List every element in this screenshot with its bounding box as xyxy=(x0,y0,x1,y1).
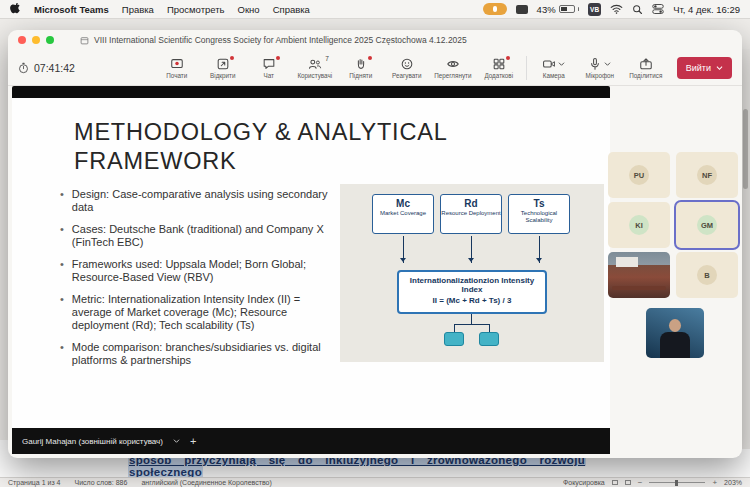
user-initials-badge[interactable]: VB xyxy=(588,3,601,16)
connector-line xyxy=(454,324,490,325)
participant-tile[interactable]: KI xyxy=(608,202,670,248)
apps-icon xyxy=(492,57,506,71)
word-focus-mode[interactable]: Фокусировка xyxy=(563,479,605,486)
close-window-button[interactable] xyxy=(18,36,26,44)
word-language[interactable]: английский (Соединенное Королевство) xyxy=(141,479,271,486)
spotlight-search-icon[interactable] xyxy=(632,4,643,15)
word-status-bar: Страница 1 из 4 Число слов: 886 английск… xyxy=(0,477,750,487)
slide-bullet: Frameworks used: Uppsala Model; Born Glo… xyxy=(60,258,342,284)
participant-count-badge: 7 xyxy=(325,55,329,62)
arrow-down-icon xyxy=(471,236,472,263)
word-selected-line-2[interactable]: społecznego xyxy=(128,466,203,478)
word-view-icon[interactable] xyxy=(625,480,631,485)
macos-menu-bar: Microsoft Teams Правка Просмотреть Окно … xyxy=(0,0,750,19)
calendar-icon xyxy=(80,36,89,45)
open-button[interactable]: Відкрити xyxy=(200,56,246,79)
chevron-down-icon[interactable] xyxy=(558,61,565,67)
chevron-down-icon[interactable] xyxy=(716,65,723,71)
view-button[interactable]: Переглянути xyxy=(430,56,476,79)
slide-bullets: Design: Case-comparative analysis using … xyxy=(60,188,342,376)
react-button[interactable]: Реагувати xyxy=(384,56,430,79)
menu-help[interactable]: Справка xyxy=(273,4,310,15)
shared-screen-stage: METHODOLOGY & ANALYTICAL FRAMEWORK Desig… xyxy=(12,86,610,454)
word-scrollbar[interactable] xyxy=(741,49,750,449)
participant-tile-active[interactable]: GM xyxy=(676,202,738,248)
menu-window[interactable]: Окно xyxy=(238,4,260,15)
input-source-icon[interactable] xyxy=(516,5,528,14)
word-zoom-slider[interactable] xyxy=(649,482,705,483)
avatar: GM xyxy=(697,215,717,235)
presentation-slide: METHODOLOGY & ANALYTICAL FRAMEWORK Desig… xyxy=(12,98,610,428)
chevron-down-icon[interactable] xyxy=(604,61,611,67)
camera-icon xyxy=(542,57,556,71)
slide-bullet: Design: Case-comparative analysis using … xyxy=(60,188,342,214)
camera-button[interactable]: Камера xyxy=(531,56,577,79)
control-center-icon[interactable] xyxy=(652,3,664,15)
zoom-window-button[interactable] xyxy=(46,36,54,44)
chat-button[interactable]: Чат xyxy=(246,56,292,79)
zoom-in-icon[interactable]: + xyxy=(190,435,196,447)
framework-diagram: Mc Market Coverage Rd Resource Deploymen… xyxy=(340,184,604,362)
raise-hand-button[interactable]: Підняти xyxy=(338,56,384,79)
arrow-down-icon xyxy=(539,236,540,263)
word-zoom-level[interactable]: 203% xyxy=(724,479,742,486)
diagram-output-box xyxy=(479,332,499,346)
chevron-down-icon[interactable] xyxy=(173,438,180,444)
microphone-button[interactable]: Мікрофон xyxy=(577,56,623,79)
apple-logo-icon[interactable] xyxy=(10,3,21,16)
connector-line xyxy=(489,324,490,332)
timer-icon xyxy=(18,62,29,74)
notification-dot xyxy=(230,56,234,60)
connector-line xyxy=(454,324,455,332)
open-icon xyxy=(216,57,230,71)
arrow-down-icon xyxy=(403,236,404,263)
battery-status[interactable]: 43% xyxy=(537,4,580,15)
participant-photo-tile[interactable] xyxy=(646,308,704,358)
teams-meeting-window: VIII International Scientific Congress S… xyxy=(8,30,742,458)
slide-title: METHODOLOGY & ANALYTICAL FRAMEWORK xyxy=(74,118,448,176)
participants-button[interactable]: 7 Користувачі xyxy=(292,56,338,79)
zoom-out-icon[interactable]: − xyxy=(638,480,643,486)
menu-edit[interactable]: Правка xyxy=(122,4,154,15)
word-word-count[interactable]: Число слов: 886 xyxy=(74,479,127,486)
diagram-node-rd: Rd Resource Deployment xyxy=(440,194,502,234)
participant-tiles: PU NF KI GM B xyxy=(608,152,738,298)
share-icon xyxy=(639,57,653,71)
participant-video-tile[interactable] xyxy=(608,252,670,298)
word-view-icon[interactable] xyxy=(612,480,618,485)
window-title-bar: VIII International Scientific Congress S… xyxy=(8,30,742,50)
leave-meeting-button[interactable]: Вийти xyxy=(677,57,732,79)
meeting-title: VIII International Scientific Congress S… xyxy=(80,35,467,45)
participant-tile[interactable]: PU xyxy=(608,152,670,198)
menu-view[interactable]: Просмотреть xyxy=(167,4,225,15)
chat-icon xyxy=(262,57,276,71)
avatar: B xyxy=(697,265,717,285)
presenter-bar: Gaurij Mahajan (зовнішній користувач) + xyxy=(12,428,610,454)
notification-dot xyxy=(506,56,510,60)
react-icon xyxy=(400,57,414,71)
avatar: PU xyxy=(629,165,649,185)
diagram-result-node: Internationalizationzion Intensity Index… xyxy=(397,270,547,314)
view-icon xyxy=(446,57,460,71)
raise-hand-icon xyxy=(354,57,368,71)
connector-line xyxy=(471,314,472,324)
start-recording-button[interactable]: Почати xyxy=(154,56,200,79)
zoom-in-icon[interactable]: + xyxy=(712,480,717,486)
more-apps-button[interactable]: Додаткові xyxy=(476,56,522,79)
share-screen-button[interactable]: Поділитися xyxy=(623,56,669,79)
word-page-count[interactable]: Страница 1 из 4 xyxy=(8,479,60,486)
wifi-icon[interactable] xyxy=(610,4,623,14)
meeting-timer: 07:41:42 xyxy=(18,62,75,74)
participant-tile[interactable]: B xyxy=(676,252,738,298)
person-head xyxy=(669,319,681,332)
minimize-window-button[interactable] xyxy=(32,36,40,44)
menu-app-name[interactable]: Microsoft Teams xyxy=(34,4,109,15)
presenter-name: Gaurij Mahajan (зовнішній користувач) xyxy=(22,437,163,446)
mic-in-use-indicator[interactable] xyxy=(483,3,507,15)
toolbar-buttons: Почати Відкрити Чат 7 Користувачі xyxy=(154,56,732,80)
menu-bar-clock[interactable]: Чт, 4 дек. 16:29 xyxy=(673,4,740,15)
word-document-text[interactable]: sposób przyczyniają się do inkluzyjnego … xyxy=(128,455,586,478)
participant-tile[interactable]: NF xyxy=(676,152,738,198)
mic-icon xyxy=(588,57,602,71)
notification-dot xyxy=(368,56,372,60)
